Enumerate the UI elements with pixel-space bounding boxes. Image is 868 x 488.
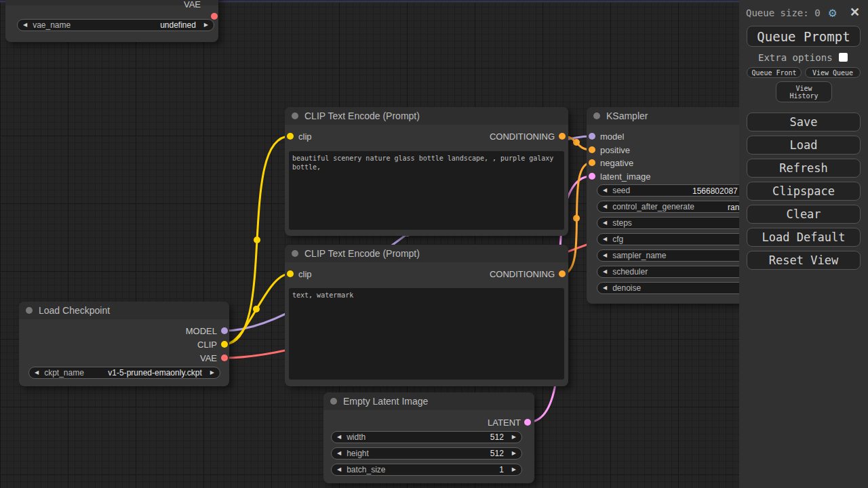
- negative-input-dot[interactable]: [589, 159, 595, 166]
- input-slot-latent-image[interactable]: latent_image: [589, 172, 650, 180]
- widget-label: vae_name: [33, 20, 71, 30]
- close-icon[interactable]: ✕: [850, 5, 860, 20]
- input-slot-model[interactable]: model: [589, 132, 624, 140]
- arrow-left-icon[interactable]: ◀: [337, 434, 341, 440]
- arrow-left-icon[interactable]: ◀: [337, 451, 341, 456]
- link-dot: [254, 237, 260, 243]
- view-history-line2: History: [789, 92, 818, 100]
- clear-button[interactable]: Clear: [747, 205, 861, 224]
- output-slot-vae[interactable]: VAE: [184, 0, 201, 8]
- model-output-dot[interactable]: [221, 327, 228, 334]
- clip-input-dot[interactable]: [287, 270, 294, 277]
- node-clip-text-encode-positive[interactable]: CLIP Text Encode (Prompt) clip CONDITION…: [285, 107, 568, 236]
- widget-value: v1-5-pruned-emaonly.ckpt: [108, 368, 202, 378]
- save-button[interactable]: Save: [747, 113, 861, 131]
- arrow-right-icon[interactable]: ▶: [512, 467, 516, 472]
- arrow-left-icon[interactable]: ◀: [35, 370, 39, 375]
- output-slot-vae[interactable]: VAE: [200, 354, 217, 362]
- output-slot-conditioning[interactable]: CONDITIONING: [490, 132, 555, 140]
- vae-name-widget[interactable]: ◀ vae_name undefined ▶: [17, 19, 214, 31]
- conditioning-output-dot[interactable]: [559, 133, 566, 140]
- refresh-button[interactable]: Refresh: [747, 159, 861, 178]
- vae-output-dot[interactable]: [211, 13, 218, 20]
- slot-label: latent_image: [600, 171, 650, 182]
- slot-label: clip: [298, 131, 312, 142]
- prompt-textarea[interactable]: text, watermark: [289, 288, 564, 380]
- arrow-left-icon[interactable]: ◀: [603, 269, 607, 274]
- node-title: Load Checkpoint: [39, 305, 110, 316]
- view-queue-button[interactable]: View Queue: [805, 67, 861, 78]
- arrow-right-icon[interactable]: ▶: [512, 451, 516, 456]
- arrow-right-icon[interactable]: ▶: [512, 434, 516, 440]
- slot-label: MODEL: [186, 326, 217, 336]
- widget-label: steps: [612, 218, 632, 228]
- slot-label: VAE: [200, 353, 217, 363]
- clipspace-button[interactable]: Clipspace: [747, 182, 861, 201]
- node-title-bar[interactable]: CLIP Text Encode (Prompt): [285, 107, 568, 125]
- widget-label: height: [347, 449, 369, 458]
- output-slot-clip[interactable]: CLIP: [197, 340, 217, 348]
- width-widget[interactable]: ◀ width 512 ▶: [331, 431, 522, 443]
- collapse-dot-icon[interactable]: [593, 113, 600, 119]
- ckpt-name-widget[interactable]: ◀ ckpt_name v1-5-pruned-emaonly.ckpt ▶: [28, 367, 220, 379]
- prompt-textarea[interactable]: beautiful scenery nature glass bottle la…: [289, 151, 564, 230]
- latent-input-dot[interactable]: [589, 173, 595, 180]
- widget-label: batch_size: [347, 465, 385, 474]
- arrow-left-icon[interactable]: ◀: [603, 188, 607, 193]
- input-slot-clip[interactable]: clip: [287, 132, 312, 140]
- menu-panel: Queue size: 0 ⚙ ✕ Queue Prompt Extra opt…: [739, 0, 868, 488]
- arrow-left-icon[interactable]: ◀: [337, 467, 341, 472]
- positive-input-dot[interactable]: [589, 146, 595, 153]
- widget-label: width: [347, 432, 366, 442]
- arrow-right-icon[interactable]: ▶: [210, 370, 214, 375]
- input-slot-clip[interactable]: clip: [287, 270, 312, 278]
- node-load-vae[interactable]: VAE ◀ vae_name undefined ▶: [5, 0, 218, 42]
- collapse-dot-icon[interactable]: [292, 113, 298, 119]
- collapse-dot-icon[interactable]: [26, 307, 33, 314]
- output-slot-conditioning[interactable]: CONDITIONING: [490, 270, 555, 278]
- batch-size-widget[interactable]: ◀ batch_size 1 ▶: [331, 464, 522, 476]
- arrow-left-icon[interactable]: ◀: [603, 220, 607, 226]
- node-title-bar[interactable]: CLIP Text Encode (Prompt): [285, 245, 568, 262]
- widget-label: ckpt_name: [44, 368, 84, 378]
- queue-prompt-button[interactable]: Queue Prompt: [747, 26, 861, 47]
- collapse-dot-icon[interactable]: [330, 398, 337, 405]
- extra-options-checkbox[interactable]: [839, 53, 848, 62]
- load-button[interactable]: Load: [747, 136, 861, 155]
- arrow-left-icon[interactable]: ◀: [603, 237, 607, 242]
- node-load-checkpoint[interactable]: Load Checkpoint MODEL CLIP VAE ◀ ckpt_na…: [19, 302, 229, 386]
- view-history-button[interactable]: View History: [776, 81, 832, 102]
- node-title-bar[interactable]: Empty Latent Image: [323, 392, 534, 410]
- conditioning-output-dot[interactable]: [559, 270, 566, 277]
- latent-output-dot[interactable]: [524, 419, 531, 426]
- widget-value: 1: [499, 465, 504, 474]
- output-slot-model[interactable]: MODEL: [186, 327, 217, 335]
- arrow-left-icon[interactable]: ◀: [603, 204, 607, 209]
- queue-size-label: Queue size: 0: [746, 7, 821, 18]
- node-empty-latent-image[interactable]: Empty Latent Image LATENT ◀ width 512 ▶ …: [323, 392, 534, 483]
- arrow-left-icon[interactable]: ◀: [603, 285, 607, 291]
- vae-output-dot[interactable]: [221, 354, 228, 361]
- extra-options-label: Extra options: [758, 52, 833, 63]
- input-slot-positive[interactable]: positive: [589, 146, 630, 154]
- widget-label: cfg: [612, 235, 623, 244]
- reset-view-button[interactable]: Reset View: [747, 251, 861, 270]
- node-clip-text-encode-negative[interactable]: CLIP Text Encode (Prompt) clip CONDITION…: [285, 245, 568, 386]
- widget-value: 1566802087: [692, 186, 738, 196]
- arrow-right-icon[interactable]: ▶: [204, 22, 208, 28]
- output-slot-latent[interactable]: LATENT: [488, 418, 521, 426]
- node-graph-canvas[interactable]: VAE ◀ vae_name undefined ▶ CLIP Text Enc…: [0, 0, 868, 488]
- load-default-button[interactable]: Load Default: [747, 228, 861, 247]
- view-history-line1: View: [795, 85, 812, 92]
- clip-output-dot[interactable]: [221, 341, 228, 348]
- input-slot-negative[interactable]: negative: [589, 159, 633, 167]
- height-widget[interactable]: ◀ height 512 ▶: [331, 447, 522, 460]
- node-title-bar[interactable]: Load Checkpoint: [19, 302, 229, 319]
- model-input-dot[interactable]: [589, 133, 595, 140]
- queue-front-button[interactable]: Queue Front: [747, 67, 802, 78]
- collapse-dot-icon[interactable]: [292, 250, 298, 257]
- settings-gear-icon[interactable]: ⚙: [829, 5, 836, 20]
- arrow-left-icon[interactable]: ◀: [23, 22, 27, 28]
- clip-input-dot[interactable]: [287, 133, 294, 140]
- arrow-left-icon[interactable]: ◀: [603, 253, 607, 258]
